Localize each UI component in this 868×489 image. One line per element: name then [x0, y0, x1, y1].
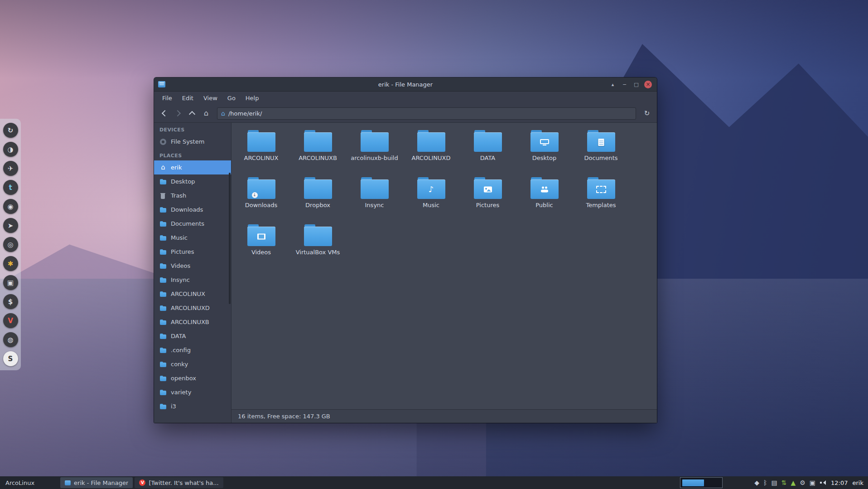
sidebar-item-insync[interactable]: Insync	[154, 273, 231, 287]
file-label: arcolinuxb-build	[351, 155, 398, 161]
menu-help[interactable]: Help	[241, 93, 264, 103]
file-label: Pictures	[476, 202, 499, 208]
file-insync[interactable]: Insync	[346, 174, 403, 221]
settings-tray-icon[interactable]: ⚙	[800, 479, 805, 486]
forward-button[interactable]	[172, 107, 184, 119]
file-manager-icon	[65, 480, 71, 485]
sidebar-item-downloads[interactable]: Downloads	[154, 203, 231, 217]
file-music[interactable]: Music	[403, 174, 459, 221]
bluetooth-tray-icon[interactable]: ᛒ	[763, 479, 767, 486]
updates-tray-icon[interactable]: ▲	[791, 479, 796, 486]
file-arcolinuxb[interactable]: ARCOLINUXB	[289, 126, 346, 174]
dock-launcher-2[interactable]: ◑	[3, 142, 18, 157]
status-bar: 16 items, Free space: 147.3 GB	[231, 409, 657, 423]
menu-file[interactable]: File	[158, 93, 177, 103]
file-arcolinux[interactable]: ARCOLINUX	[233, 126, 289, 174]
sidebar-item-i3[interactable]: i3	[154, 399, 231, 413]
sidebar-item-music[interactable]: Music	[154, 231, 231, 245]
taskbar-menu-button[interactable]: ArcoLinux	[0, 476, 40, 489]
sidebar-item-trash[interactable]: Trash	[154, 189, 231, 203]
clipboard-tray-icon[interactable]: ▤	[772, 479, 777, 486]
path-bar[interactable]: ⌂ /home/erik/	[217, 107, 636, 120]
sidebar-item-label: File System	[171, 138, 204, 145]
maximize-button[interactable]: □	[632, 81, 640, 88]
file-public[interactable]: Public	[516, 174, 573, 221]
sidebar-item-openbox[interactable]: openbox	[154, 371, 231, 385]
file-desktop[interactable]: Desktop	[516, 126, 573, 174]
minimize-button[interactable]: −	[621, 81, 628, 88]
network-traffic-tray-icon[interactable]: ⇅	[781, 479, 787, 486]
menu-view[interactable]: View	[199, 93, 222, 103]
home-button[interactable]: ⌂	[200, 107, 212, 119]
dock-launcher-5[interactable]: ◉	[3, 199, 18, 214]
folder-icon	[417, 177, 445, 199]
file-downloads[interactable]: Downloads	[233, 174, 289, 221]
sidebar-item-documents[interactable]: Documents	[154, 217, 231, 231]
menu-edit[interactable]: Edit	[178, 93, 198, 103]
menu-bar: FileEditViewGoHelp	[154, 92, 657, 104]
dock-launcher-10[interactable]: $	[3, 294, 18, 309]
dock-launcher-3[interactable]: ✈	[3, 161, 18, 176]
sidebar-item-videos[interactable]: Videos	[154, 259, 231, 273]
file-documents[interactable]: Documents	[573, 126, 629, 174]
dock-launcher-11[interactable]: V	[3, 313, 18, 328]
taskbar-user: erik	[853, 479, 863, 486]
up-button[interactable]	[186, 107, 198, 119]
sidebar-item-erik[interactable]: ⌂erik	[154, 160, 231, 174]
trash-icon	[159, 192, 167, 199]
dropbox-tray-icon[interactable]: ◆	[754, 479, 759, 486]
sidebar-item-desktop[interactable]: Desktop	[154, 174, 231, 189]
file-arcolinuxd[interactable]: ARCOLINUXD	[403, 126, 459, 174]
folder-icon	[159, 178, 167, 185]
dock-launcher-4[interactable]: t	[3, 180, 18, 195]
home-icon: ⌂	[204, 110, 208, 117]
sidebar-item-config[interactable]: .config	[154, 343, 231, 357]
sidebar-item-arcolinuxb[interactable]: ARCOLINUXB	[154, 315, 231, 329]
dock-launcher-12[interactable]: ◍	[3, 332, 18, 347]
file-templates[interactable]: Templates	[573, 174, 629, 221]
back-button[interactable]	[158, 107, 170, 119]
file-videos[interactable]: Videos	[233, 221, 289, 268]
task-erik-file-manager[interactable]: erik - File Manager	[60, 477, 133, 488]
dock-launcher-7[interactable]: ◎	[3, 237, 18, 252]
download-emblem-icon	[252, 192, 258, 198]
sidebar-scrollbar[interactable]	[229, 173, 231, 304]
dock-launcher-9[interactable]: ▣	[3, 275, 18, 290]
sidebar-item-file-system[interactable]: File System	[154, 135, 231, 149]
dock-launcher-1[interactable]: ↻	[3, 123, 18, 138]
sidebar-item-label: Videos	[171, 262, 190, 269]
film-emblem-icon	[257, 234, 265, 240]
window-preview-thumbnail[interactable]	[680, 477, 723, 488]
file-virtualbox-vms[interactable]: VirtualBox VMs	[289, 221, 346, 268]
titlebar[interactable]: erik - File Manager ▴−□×	[154, 77, 657, 92]
sidebar: DEVICESFile SystemPLACES⌂erikDesktopTras…	[154, 123, 231, 423]
file-data[interactable]: DATA	[459, 126, 516, 174]
file-pictures[interactable]: Pictures	[459, 174, 516, 221]
dock-launcher-13[interactable]: S	[3, 351, 18, 366]
file-dropbox[interactable]: Dropbox	[289, 174, 346, 221]
file-arcolinuxb-build[interactable]: arcolinuxb-build	[346, 126, 403, 174]
sidebar-section-devices: DEVICES	[154, 123, 231, 135]
shade-button[interactable]: ▴	[609, 81, 617, 88]
file-manager-window: erik - File Manager ▴−□× FileEditViewGoH…	[154, 77, 657, 423]
sidebar-item-data[interactable]: DATA	[154, 329, 231, 343]
display-tray-icon[interactable]: ▣	[810, 479, 815, 486]
sidebar-item-arcolinux[interactable]: ARCOLINUX	[154, 287, 231, 301]
sidebar-item-label: DATA	[171, 333, 186, 339]
dock-launcher-8[interactable]: ✱	[3, 256, 18, 271]
task-twitter-it-s-what-s-ha[interactable]: V[Twitter. It's what's ha...	[135, 477, 223, 488]
folder-icon	[159, 206, 167, 213]
sidebar-item-conky[interactable]: conky	[154, 357, 231, 371]
file-grid: ARCOLINUXARCOLINUXBarcolinuxb-buildARCOL…	[231, 123, 657, 409]
sidebar-item-variety[interactable]: variety	[154, 385, 231, 399]
close-button[interactable]: ×	[644, 81, 652, 88]
drive-icon	[159, 138, 167, 145]
refresh-button[interactable]: ↻	[641, 107, 653, 119]
sidebar-item-arcolinuxd[interactable]: ARCOLINUXD	[154, 301, 231, 315]
monitor-emblem-icon	[540, 139, 549, 145]
volume-tray-icon[interactable]	[820, 479, 826, 486]
menu-go[interactable]: Go	[223, 93, 240, 103]
sidebar-item-pictures[interactable]: Pictures	[154, 245, 231, 259]
dock-launcher-6[interactable]: ➤	[3, 218, 18, 233]
home-icon: ⌂	[159, 164, 167, 171]
